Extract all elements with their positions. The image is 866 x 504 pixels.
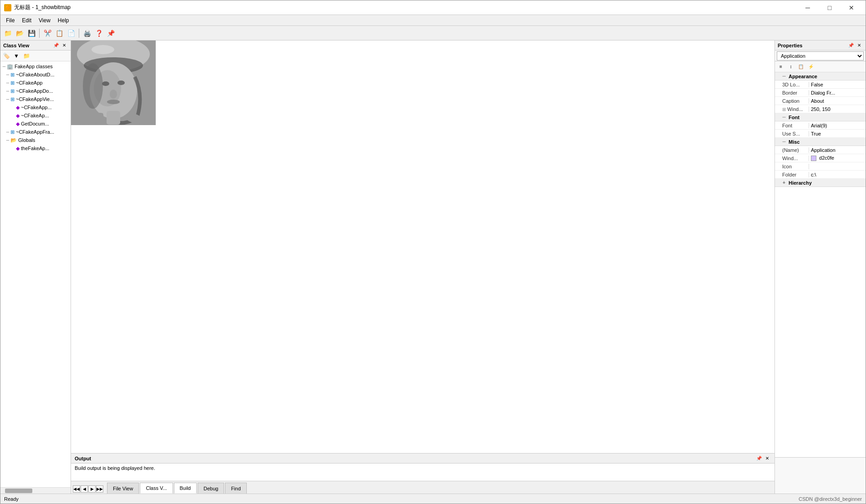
bottom-tabs-bar: ◀◀ ◀ ▶ ▶▶ File View Class V... Build — [71, 481, 774, 494]
props-table: ─ Appearance 3D Lo... False Border Dialo… — [775, 72, 866, 457]
tree-item-cfakeabout[interactable]: ─ ⊞ ~CFakeAboutD... — [0, 71, 71, 79]
section-appearance[interactable]: ─ Appearance — [775, 72, 866, 81]
tree-item-cfakeapp2[interactable]: ◆ ~CFakeApp... — [0, 103, 71, 111]
menu-view[interactable]: View — [35, 16, 54, 25]
tree-item-cfakeapp[interactable]: ─ ⊞ ~CFakeApp — [0, 79, 71, 87]
output-close[interactable]: ✕ — [764, 455, 771, 462]
window-title: 无标题 - 1_showbitmap — [14, 4, 71, 11]
svg-point-5 — [102, 81, 109, 86]
toolbar-print[interactable]: 🖨️ — [82, 28, 92, 39]
tree-item-cfakeappview[interactable]: ─ ⊞ ~CFakeAppVie... — [0, 95, 71, 103]
prop-uses[interactable]: Use S... True — [775, 130, 866, 138]
main-toolbar: 📁 📂 💾 ✂️ 📋 📄 🖨️ ❓ 📌 — [0, 26, 866, 40]
toolbar-help[interactable]: ❓ — [93, 28, 104, 39]
tree-item-cfakeappfra[interactable]: ─ ⊞ ~CFakeAppFra... — [0, 128, 71, 136]
app-window: 🔶 无标题 - 1_showbitmap ─ □ ✕ File Edit Vie… — [0, 0, 866, 504]
tab-build[interactable]: Build — [174, 483, 197, 494]
class-view-toolbar: 🏷️ ▼ 📁 — [0, 50, 71, 61]
toolbar-sep-1 — [39, 29, 40, 38]
toolbar-open[interactable]: 📂 — [14, 28, 25, 39]
status-left: Ready — [4, 496, 19, 502]
props-close[interactable]: ✕ — [856, 42, 863, 49]
main-content: Class View 📌 ✕ 🏷️ ▼ 📁 ─ 🏢 FakeApp cl — [0, 40, 866, 494]
menu-bar: File Edit View Help — [0, 15, 866, 26]
props-pin[interactable]: 📌 — [847, 42, 855, 49]
tab-nav-last[interactable]: ▶▶ — [96, 485, 103, 493]
toolbar-copy[interactable]: 📋 — [54, 28, 65, 39]
cv-tool-3[interactable]: 📁 — [22, 52, 31, 60]
menu-help[interactable]: Help — [54, 16, 73, 25]
cv-tool-1[interactable]: 🏷️ — [2, 52, 10, 60]
prop-wind[interactable]: ⊞ Wind... 250, 150 — [775, 105, 866, 113]
scrollbar-thumb[interactable] — [5, 489, 32, 493]
prop-name[interactable]: (Name) Application — [775, 146, 866, 154]
tree-item-fakeapp[interactable]: ─ 🏢 FakeApp classes — [0, 62, 71, 71]
toolbar-sep-2 — [79, 29, 79, 38]
svg-point-9 — [83, 63, 103, 109]
prop-border[interactable]: Border Dialog Fr... — [775, 89, 866, 97]
class-view-header: Class View 📌 ✕ — [0, 40, 71, 50]
tree-item-thefakeapp[interactable]: ◆ theFakeAp... — [0, 144, 71, 152]
output-pin[interactable]: 📌 — [755, 455, 763, 462]
props-object-select[interactable]: Application — [777, 51, 864, 60]
toolbar-paste[interactable]: 📄 — [66, 28, 76, 39]
tree-item-cfakeapp3[interactable]: ◆ ~CFakeAp... — [0, 111, 71, 120]
maximize-button[interactable]: □ — [819, 1, 840, 14]
close-button[interactable]: ✕ — [841, 1, 862, 14]
tab-find[interactable]: Find — [225, 483, 246, 494]
svg-point-7 — [110, 90, 117, 99]
tree-item-globals[interactable]: ─ 📂 Globals — [0, 136, 71, 144]
props-events[interactable]: ⚡ — [806, 63, 815, 71]
props-sort-cat[interactable]: ≡ — [776, 63, 785, 71]
svg-point-11 — [92, 45, 114, 54]
tab-debug[interactable]: Debug — [198, 483, 224, 494]
title-bar: 🔶 无标题 - 1_showbitmap ─ □ ✕ — [0, 0, 866, 15]
prop-3dlo[interactable]: 3D Lo... False — [775, 81, 866, 89]
output-header: Output 📌 ✕ — [71, 454, 774, 464]
prop-wind-color[interactable]: Wind... d2c0fe — [775, 154, 866, 162]
output-title: Output — [75, 456, 91, 461]
toolbar-pin[interactable]: 📌 — [105, 28, 116, 39]
center-area: Output 📌 ✕ Build output is being display… — [71, 40, 774, 494]
class-view-close[interactable]: ✕ — [61, 42, 68, 49]
properties-panel: Properties 📌 ✕ Application ≡ ↕ 📋 ⚡ — [774, 40, 866, 494]
class-view-pin[interactable]: 📌 — [52, 42, 60, 49]
lena-svg — [71, 40, 156, 125]
cv-tool-2[interactable]: ▼ — [12, 52, 20, 60]
prop-caption[interactable]: Caption About — [775, 97, 866, 105]
output-panel: Output 📌 ✕ Build output is being display… — [71, 453, 774, 481]
props-dropdown: Application — [775, 50, 866, 61]
prop-icon[interactable]: Icon — [775, 162, 866, 171]
output-content: Build output is being displayed here. — [71, 464, 774, 481]
menu-edit[interactable]: Edit — [18, 16, 35, 25]
tab-nav-prev[interactable]: ◀ — [81, 485, 88, 493]
tab-nav-first[interactable]: ◀◀ — [73, 485, 80, 493]
tab-nav-next[interactable]: ▶ — [88, 485, 96, 493]
app-icon: 🔶 — [4, 4, 11, 11]
tree-item-getdocum[interactable]: ◆ GetDocum... — [0, 120, 71, 128]
menu-file[interactable]: File — [2, 16, 18, 25]
color-swatch — [811, 156, 816, 161]
prop-font[interactable]: Font Arial(9) — [775, 121, 866, 130]
minimize-button[interactable]: ─ — [797, 1, 818, 14]
props-preview — [775, 457, 866, 494]
toolbar-save[interactable]: 💾 — [26, 28, 37, 39]
props-toolbar: ≡ ↕ 📋 ⚡ — [775, 61, 866, 72]
tab-file-view[interactable]: File View — [107, 483, 139, 494]
section-hierarchy[interactable]: + Hierarchy — [775, 179, 866, 187]
section-misc[interactable]: ─ Misc — [775, 138, 866, 146]
tree-item-cfakeappdo[interactable]: ─ ⊞ ~CFakeAppDo... — [0, 87, 71, 95]
svg-point-6 — [117, 81, 125, 85]
section-font[interactable]: ─ Font — [775, 113, 866, 121]
properties-title: Properties — [778, 43, 802, 48]
prop-folder[interactable]: Folder c:\ — [775, 171, 866, 179]
toolbar-cut[interactable]: ✂️ — [42, 28, 53, 39]
toolbar-new[interactable]: 📁 — [2, 28, 13, 39]
tab-class-view[interactable]: Class V... — [140, 483, 173, 494]
properties-header: Properties 📌 ✕ — [775, 40, 866, 50]
props-pages[interactable]: 📋 — [796, 63, 805, 71]
tab-nav-controls: ◀◀ ◀ ▶ ▶▶ — [73, 485, 103, 494]
class-view-title: Class View — [3, 43, 29, 48]
props-sort-alpha[interactable]: ↕ — [786, 63, 795, 71]
class-view-scrollbar[interactable] — [0, 487, 71, 494]
